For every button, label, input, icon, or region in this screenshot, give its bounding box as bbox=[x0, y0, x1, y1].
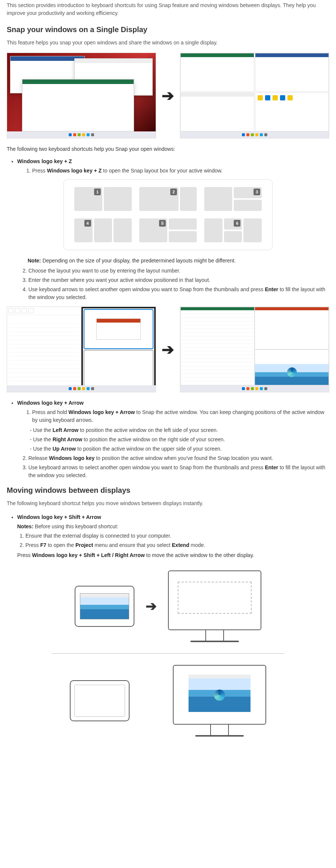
intro-paragraph: This section provides introduction to ke… bbox=[7, 1, 329, 17]
arrow-icon: ➔ bbox=[146, 596, 157, 616]
edge-logo-icon bbox=[214, 690, 225, 701]
figure-snap-layout-picker: 1 2 3 4 5 6 bbox=[63, 179, 273, 250]
a-sub-right: Use the Right Arrow to position the acti… bbox=[30, 436, 329, 444]
separator bbox=[52, 653, 284, 654]
desc-snap-single: This feature helps you snap your open wi… bbox=[7, 39, 329, 47]
n-step-2: Press F7 to open the Project menu and en… bbox=[25, 541, 329, 549]
edge-logo-icon bbox=[287, 367, 297, 377]
press-instruction: Press Windows logo key + Shift + Left / … bbox=[17, 551, 329, 559]
note-layouts: Note: Depending on the size of your disp… bbox=[28, 257, 329, 265]
a-step-3: Use keyboard arrows to select another op… bbox=[28, 464, 329, 479]
arrow-icon: ➔ bbox=[158, 84, 178, 107]
tablet-empty bbox=[70, 680, 130, 721]
desc-moving-displays: The following keyboard shortcut helps yo… bbox=[7, 500, 329, 507]
para-following-shortcuts: The following two keyboard shortcuts hel… bbox=[7, 145, 329, 153]
tablet-with-window bbox=[75, 586, 134, 627]
heading-moving-displays: Moving windows between displays bbox=[7, 485, 329, 496]
screenshot-snapped bbox=[180, 53, 329, 139]
n-step-1: Ensure that the external display is conn… bbox=[25, 532, 329, 540]
shortcut-win-arrow: Windows logo key + Arrow Press and hold … bbox=[17, 399, 329, 424]
screenshot-snap-select-before bbox=[7, 307, 156, 392]
shortcut-win-shift-arrow: Windows logo key + Shift + Arrow Notes: … bbox=[17, 513, 329, 549]
heading-snap-single-display: Snap your windows on a Single Display bbox=[7, 24, 329, 35]
monitor-empty bbox=[168, 570, 261, 642]
figure-move-before: ➔ bbox=[7, 570, 329, 642]
arrow-icon: ➔ bbox=[158, 338, 178, 361]
z-step-1: Press Windows logo key + Z to open the S… bbox=[32, 167, 329, 175]
z-step-4: Use keyboard arrows to select another op… bbox=[28, 286, 329, 301]
figure-snap-before-after: ➔ bbox=[7, 53, 329, 139]
z-step-3: Enter the number where you want your act… bbox=[28, 276, 329, 284]
a-sub-up: Use the Up Arrow to position the active … bbox=[30, 445, 329, 453]
shortcut-win-z: Windows logo key + Z Press Windows logo … bbox=[17, 158, 329, 175]
a-step-2: Release Windows logo key to position the… bbox=[28, 454, 329, 462]
a-step-1: Press and hold Windows logo key + Arrow … bbox=[32, 408, 329, 424]
screenshot-snap-select-after bbox=[180, 307, 329, 392]
monitor-with-window bbox=[173, 665, 266, 737]
figure-move-after bbox=[7, 665, 329, 737]
z-step-2: Choose the layout you want to use by ent… bbox=[28, 267, 329, 275]
figure-snap-selection: ➔ bbox=[7, 307, 329, 392]
screenshot-unsnapped bbox=[7, 53, 156, 139]
a-sub-left: Use the Left Arrow to position the activ… bbox=[30, 426, 329, 434]
